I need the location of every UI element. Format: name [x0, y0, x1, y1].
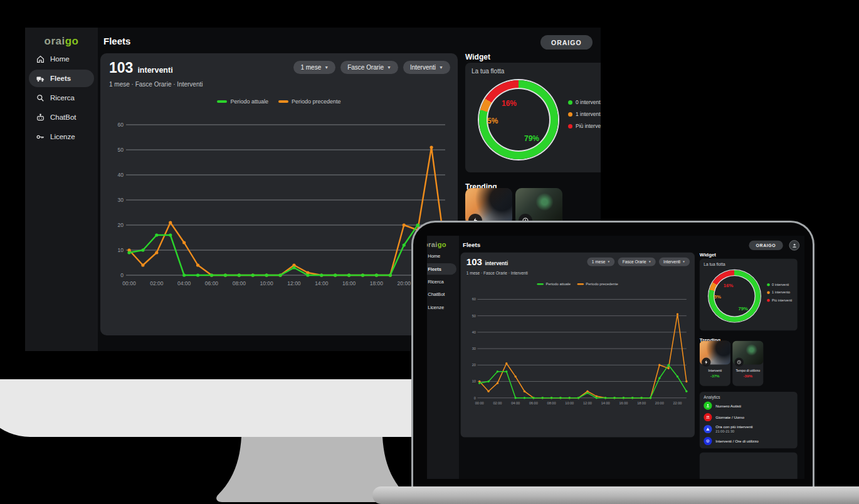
brand-logo: oraigo	[25, 35, 98, 48]
svg-text:0: 0	[120, 272, 124, 278]
metric-subtitle: 1 mese · Fasce Orarie · Interventi	[466, 271, 528, 275]
svg-text:06:00: 06:00	[205, 280, 219, 286]
driver-photo	[732, 341, 763, 365]
account-button[interactable]: ORAIGO	[749, 241, 783, 250]
svg-text:00:00: 00:00	[475, 401, 484, 405]
donut-legend: 0 interventi 1 intervento Più interventi	[767, 283, 792, 302]
widget-panel: Widget La tua flotta 16% 5% 79% 0 interv…	[700, 252, 798, 479]
sidebar-item-label: Ricerca	[50, 94, 75, 102]
sidebar-nav: Home Fleets Ricerca ChatBot	[29, 50, 94, 145]
donut-legend-label: Più interventi	[576, 123, 601, 129]
laptop-base	[372, 486, 859, 504]
filter-metric-dropdown[interactable]: Interventi▼	[403, 61, 450, 74]
sidebar-item-label: Fleets	[50, 75, 71, 82]
sidebar-item-label: Fleets	[428, 266, 441, 271]
trending-card-interventi[interactable]: Interventi -37%	[700, 341, 730, 386]
home-icon	[35, 54, 45, 64]
account-button[interactable]: ORAIGO	[540, 35, 593, 50]
filter-label: Fasce Orarie	[347, 64, 384, 71]
trending-label: Tempo di utilizzo	[732, 369, 763, 372]
donut-legend-label: 0 interventi	[576, 99, 601, 105]
filter-fasce-dropdown[interactable]: Fasce Orarie▼	[618, 258, 656, 266]
svg-text:60: 60	[118, 122, 124, 128]
laptop-dashboard-clone: oraigo Home Fleets Ricerca	[427, 236, 804, 479]
sidebar-item-label: ChatBot	[428, 292, 445, 297]
sidebar-item-ricerca[interactable]: Ricerca	[427, 276, 456, 287]
donut-pct-orange: 5%	[487, 117, 498, 125]
analytics-item-autisti[interactable]: Numero Autisti	[704, 402, 794, 410]
svg-text:14:00: 14:00	[601, 401, 610, 405]
filter-label: Interventi	[410, 64, 436, 71]
svg-text:08:00: 08:00	[547, 401, 556, 405]
sidebar-item-home[interactable]: Home	[427, 251, 456, 262]
metric-value: 103	[466, 256, 482, 268]
card-partial	[700, 453, 798, 479]
legend-item-previous: Periodo precedente	[278, 98, 341, 105]
filter-period-dropdown[interactable]: 1 mese▼	[588, 258, 615, 266]
sidebar-item-licenze[interactable]: Licenze	[427, 302, 456, 313]
dashboard: oraigo Home Fleets Ricerca	[427, 236, 804, 479]
sidebar-item-licenze[interactable]: Licenze	[29, 128, 94, 145]
svg-text:30: 30	[118, 197, 124, 203]
analytics-label: Giornate / Uomo	[715, 415, 744, 419]
triangle-icon	[704, 425, 712, 433]
team-icon	[704, 413, 712, 421]
filter-period-dropdown[interactable]: 1 mese▼	[293, 61, 335, 74]
legend-label: Periodo precedente	[586, 282, 618, 286]
svg-text:30: 30	[472, 347, 476, 350]
laptop-screen: oraigo Home Fleets Ricerca	[427, 236, 804, 479]
filter-metric-dropdown[interactable]: Interventi▼	[659, 258, 690, 266]
logo-text-right: go	[438, 241, 446, 248]
chevron-down-icon: ▼	[387, 65, 391, 70]
donut-pct-red: 16%	[502, 99, 517, 108]
svg-text:12:00: 12:00	[287, 280, 301, 286]
account-avatar-button[interactable]	[789, 240, 799, 250]
svg-text:10: 10	[472, 379, 476, 383]
sidebar: oraigo Home Fleets Ricerca	[427, 236, 459, 479]
sidebar-item-ricerca[interactable]: Ricerca	[29, 89, 94, 107]
analytics-item-ora[interactable]: Ora con più interventi 21:00-21:30	[704, 424, 794, 433]
legend-item-current: Periodo attuale	[217, 98, 268, 105]
chevron-down-icon: ▼	[439, 65, 443, 70]
analytics-item-interventi-ore[interactable]: Interventi / Ore di utilizzo	[704, 437, 794, 445]
donut-legend-item: Più interventi	[568, 123, 601, 129]
filter-label: 1 mese	[592, 260, 605, 264]
sidebar-item-fleets[interactable]: Fleets	[427, 263, 456, 275]
sidebar-item-home[interactable]: Home	[29, 50, 94, 68]
donut-legend-item: 0 interventi	[767, 283, 792, 287]
sidebar-item-fleets[interactable]: Fleets	[29, 70, 94, 87]
chart-card: 103 interventi 1 mese · Fasce Orarie · I…	[461, 253, 695, 438]
svg-text:00:00: 00:00	[122, 280, 136, 286]
sidebar-item-label: Ricerca	[428, 279, 444, 284]
analytics-card: Analytics Numero Autisti Giornate / Uomo	[700, 392, 798, 448]
svg-text:06:00: 06:00	[529, 401, 538, 405]
filter-fasce-dropdown[interactable]: Fasce Orarie▼	[340, 61, 398, 74]
page-title: Fleets	[103, 36, 130, 46]
svg-text:20:00: 20:00	[655, 401, 664, 405]
sidebar: oraigo Home Fleets Ricerca	[25, 28, 98, 351]
widget-section-title: Widget	[700, 252, 716, 258]
donut-legend-item: 1 intervento	[568, 111, 601, 117]
logo-text-right: go	[65, 35, 79, 47]
metric-unit: interventi	[137, 66, 172, 75]
chevron-down-icon: ▼	[682, 260, 685, 263]
legend-label: Periodo attuale	[230, 98, 268, 105]
svg-text:18:00: 18:00	[637, 401, 646, 405]
scene: oraigo Home Fleets Ricerca	[0, 0, 859, 504]
svg-text:16:00: 16:00	[342, 280, 356, 286]
sidebar-item-chatbot[interactable]: ChatBot	[427, 288, 456, 300]
trending-card-tempo[interactable]: Tempo di utilizzo -39%	[732, 341, 763, 386]
filter-label: 1 mese	[300, 64, 321, 71]
sidebar-item-chatbot[interactable]: ChatBot	[29, 108, 94, 126]
donut-legend-item: 1 intervento	[767, 290, 792, 295]
svg-text:20:00: 20:00	[398, 280, 411, 286]
svg-text:02:00: 02:00	[493, 401, 502, 405]
trending-delta: -39%	[732, 374, 763, 378]
legend-label: Periodo attuale	[545, 282, 571, 286]
laptop: oraigo Home Fleets Ricerca	[411, 221, 814, 495]
fleet-widget-card: La tua flotta 16% 5% 79% 0 interventi 1 …	[465, 63, 601, 172]
svg-text:60: 60	[472, 297, 476, 301]
donut-pct-orange: 5%	[714, 294, 721, 300]
svg-text:50: 50	[472, 314, 476, 318]
analytics-item-giornate[interactable]: Giornate / Uomo	[704, 413, 794, 421]
